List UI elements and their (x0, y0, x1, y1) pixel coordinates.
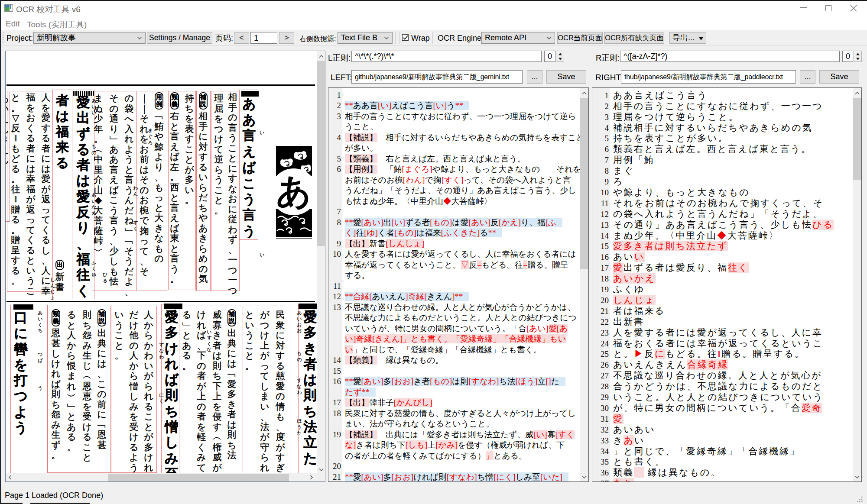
svg-text:あ: あ (276, 172, 312, 210)
